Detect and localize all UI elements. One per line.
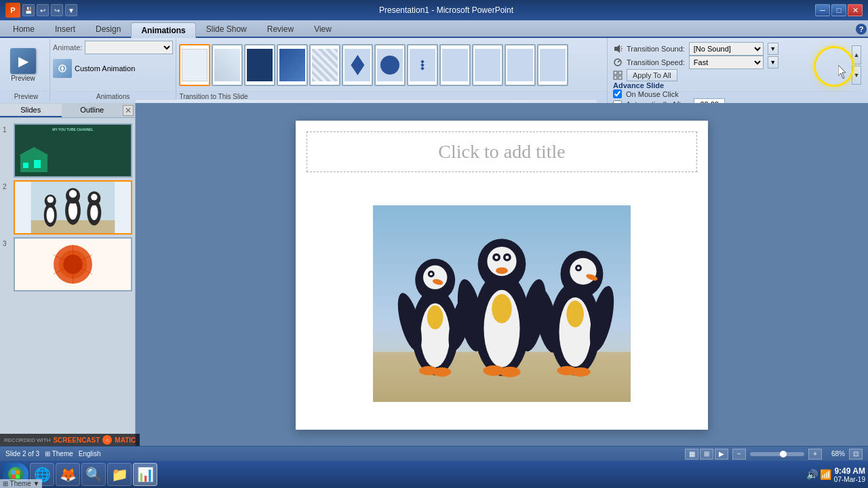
- tab-review[interactable]: Review: [257, 21, 304, 37]
- transition-thumb-9[interactable]: [472, 44, 503, 86]
- svg-point-22: [90, 205, 98, 220]
- tab-slides[interactable]: Slides: [0, 104, 62, 117]
- speed-dropdown-btn[interactable]: ▼: [768, 56, 778, 68]
- apply-icon: [613, 70, 623, 80]
- slide-image-area: [296, 178, 708, 430]
- svg-point-64: [570, 258, 596, 285]
- transition-thumb-1-preview: [214, 49, 240, 81]
- transition-sound-row: Transition Sound: [No Sound] ▼: [613, 42, 863, 56]
- zoom-thumb[interactable]: [780, 451, 787, 458]
- ribbon-help-button[interactable]: ?: [854, 22, 868, 37]
- minimize-button[interactable]: ─: [815, 4, 830, 16]
- system-clock: 9:49 AM 07-Mar-19: [834, 466, 865, 483]
- slideshow-button[interactable]: ▶: [715, 449, 728, 460]
- svg-line-2: [620, 46, 622, 47]
- slide-thumb-1[interactable]: MY YOU TUBE CHANNEL: [14, 123, 132, 178]
- transition-thumb-3[interactable]: [277, 44, 308, 86]
- tray-icon-1[interactable]: 🔊: [806, 469, 818, 480]
- transition-thumb-11[interactable]: [537, 44, 568, 86]
- svg-point-18: [68, 201, 77, 220]
- taskbar-powerpoint-icon[interactable]: 📊: [133, 463, 157, 486]
- zoom-out-button[interactable]: −: [732, 449, 746, 460]
- ribbon-right-panel: Transition Sound: [No Sound] ▼ Transitio…: [607, 38, 868, 103]
- transition-speed-label: Transition Speed:: [627, 58, 685, 66]
- ribbon-group-preview: ▶ Preview Preview: [3, 39, 50, 102]
- transition-thumb-0[interactable]: [179, 44, 210, 86]
- save-button[interactable]: 💾: [22, 4, 35, 16]
- normal-view-button[interactable]: ▦: [685, 449, 698, 460]
- transition-thumb-7[interactable]: [407, 44, 438, 86]
- on-mouse-click-checkbox[interactable]: [613, 89, 622, 98]
- slide3-flower-svg: [15, 239, 131, 290]
- penguins-image[interactable]: [373, 205, 631, 402]
- main-canvas-area[interactable]: Click to add title: [136, 103, 868, 447]
- tab-home[interactable]: Home: [3, 21, 45, 37]
- preview-icon: ▶: [10, 48, 36, 74]
- zoom-slider[interactable]: [750, 452, 804, 456]
- transition-thumb-10[interactable]: [505, 44, 536, 86]
- tab-view[interactable]: View: [304, 21, 342, 37]
- svg-rect-7: [614, 71, 617, 75]
- animate-select[interactable]: [85, 41, 173, 54]
- apply-to-all-button[interactable]: Apply To All: [627, 69, 677, 81]
- preview-button[interactable]: ▶ Preview: [5, 45, 41, 85]
- svg-point-36: [427, 305, 443, 329]
- transition-thumb-5[interactable]: [342, 44, 373, 86]
- transition-thumb-1[interactable]: [212, 44, 243, 86]
- sound-icon: [613, 44, 623, 54]
- sound-dropdown-btn[interactable]: ▼: [768, 43, 778, 55]
- tab-outline[interactable]: Outline: [62, 104, 123, 117]
- left-panel: Slides Outline ✕ 1 MY YOU TUBE CHANNEL: [0, 103, 136, 447]
- language-text: English: [79, 450, 101, 458]
- screencast-circle: ○: [102, 435, 112, 445]
- slide-thumb-container-3: 3: [3, 237, 132, 291]
- transition-thumb-6[interactable]: [374, 44, 406, 86]
- slide-title-text: Click to add title: [438, 141, 565, 163]
- tab-slideshow[interactable]: Slide Show: [196, 21, 257, 37]
- transition-thumb-11-preview: [540, 49, 566, 81]
- transition-thumb-6-shape: [380, 56, 399, 75]
- clock-date: 07-Mar-19: [834, 476, 865, 483]
- tab-design[interactable]: Design: [85, 21, 131, 37]
- transition-thumb-3-preview: [279, 49, 305, 81]
- svg-point-48: [492, 294, 511, 323]
- undo-button[interactable]: ↩: [37, 4, 49, 16]
- tab-insert[interactable]: Insert: [45, 21, 85, 37]
- slide-3-bg: [15, 239, 131, 290]
- panel-close-icon[interactable]: ✕: [123, 105, 134, 116]
- zoom-in-button[interactable]: +: [808, 449, 822, 460]
- svg-rect-9: [614, 76, 617, 79]
- customize-button[interactable]: ▼: [65, 4, 77, 16]
- preview-label: Preview: [11, 75, 35, 82]
- transition-thumb-5-preview: [344, 49, 370, 81]
- slide-num-3: 3: [3, 237, 14, 291]
- tab-animations[interactable]: Animations: [131, 22, 195, 38]
- taskbar-search-icon[interactable]: 🔍: [81, 463, 106, 486]
- slides-outline-tab-row: Slides Outline ✕: [0, 103, 135, 118]
- svg-point-20: [69, 190, 77, 197]
- system-tray: 🔊 📶: [806, 469, 831, 480]
- transition-thumb-4[interactable]: [309, 44, 340, 86]
- transition-speed-select[interactable]: Fast Medium Slow: [689, 56, 764, 69]
- slide-title-placeholder[interactable]: Click to add title: [307, 131, 697, 172]
- slide-1-bg: MY YOU TUBE CHANNEL: [15, 125, 131, 176]
- network-icon[interactable]: 📶: [820, 469, 831, 480]
- slide-thumb-3[interactable]: [14, 237, 132, 291]
- restore-button[interactable]: □: [831, 4, 846, 16]
- svg-rect-10: [618, 76, 622, 79]
- taskbar-firefox-icon[interactable]: 🦊: [56, 463, 80, 486]
- redo-button[interactable]: ↪: [51, 4, 63, 16]
- custom-animation-button[interactable]: Custom Animation: [53, 59, 135, 78]
- fit-slide-button[interactable]: ⊡: [849, 449, 863, 460]
- close-button[interactable]: ✕: [848, 4, 863, 16]
- transition-thumb-8[interactable]: [439, 44, 471, 86]
- taskbar-folder-icon[interactable]: 📁: [107, 463, 132, 486]
- slide-thumb-2[interactable]: [14, 180, 132, 235]
- slide-sorter-button[interactable]: ⊞: [700, 449, 713, 460]
- transition-thumb-2-preview: [247, 49, 273, 81]
- transition-thumb-2[interactable]: [244, 44, 275, 86]
- window-controls: ─ □ ✕: [815, 4, 863, 16]
- transition-sound-select[interactable]: [No Sound]: [689, 42, 764, 56]
- status-bar: Slide 2 of 3 ⊞ Theme English ▦ ⊞ ▶ − + 6…: [0, 446, 868, 461]
- panel-close-btn[interactable]: ✕: [123, 105, 135, 116]
